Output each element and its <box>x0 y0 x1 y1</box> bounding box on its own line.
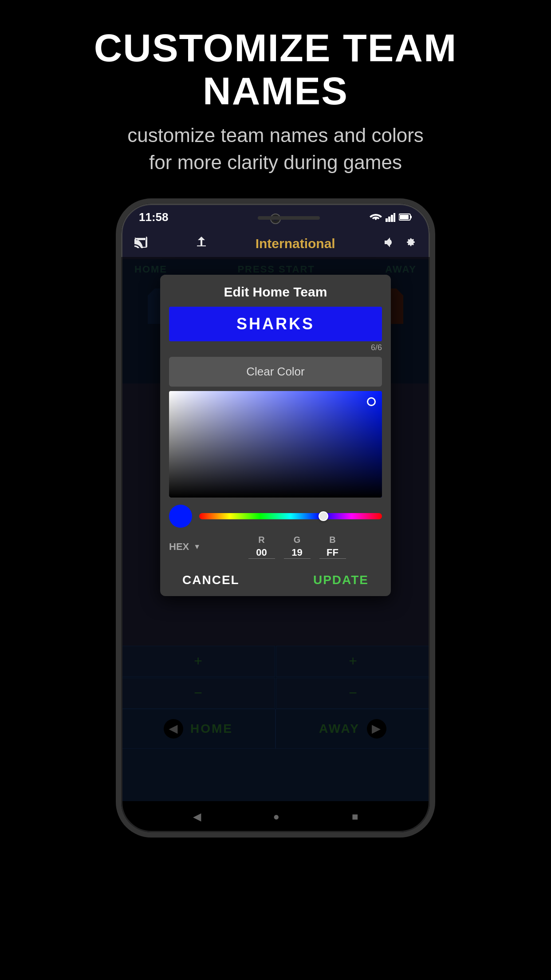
phone-frame: 11:58 <box>116 198 435 838</box>
toolbar-title: International <box>256 236 335 251</box>
svg-rect-5 <box>410 216 412 218</box>
upload-icon[interactable] <box>195 235 208 252</box>
color-picker-area[interactable] <box>169 391 382 498</box>
rgb-row: HEX ▼ R 00 G 19 B <box>160 535 391 566</box>
team-name-preview[interactable]: SHARKS <box>169 307 382 341</box>
page-title: CUSTOMIZE TEAM NAMES <box>35 27 516 113</box>
volume-icon[interactable] <box>383 235 395 252</box>
hex-dropdown[interactable]: HEX ▼ <box>169 541 201 553</box>
team-name-text: SHARKS <box>177 315 374 333</box>
g-channel: G 19 <box>284 535 311 559</box>
hex-label: HEX <box>169 541 189 553</box>
cancel-button[interactable]: CANCEL <box>182 573 240 587</box>
r-label: R <box>258 535 264 545</box>
g-label: G <box>294 535 301 545</box>
status-icons <box>370 212 412 222</box>
hue-slider-thumb[interactable] <box>319 511 328 521</box>
status-time: 11:58 <box>139 210 169 224</box>
page-subtitle: customize team names and colorsfor more … <box>35 122 516 176</box>
svg-rect-2 <box>391 215 393 222</box>
r-value[interactable]: 00 <box>248 547 275 559</box>
char-count: 6/6 <box>160 341 391 352</box>
hue-slider[interactable] <box>199 513 382 519</box>
edit-team-dialog: Edit Home Team SHARKS 6/6 Clear Color <box>160 275 391 596</box>
wifi-icon <box>370 212 382 222</box>
hex-arrow-icon: ▼ <box>193 543 201 551</box>
settings-icon[interactable] <box>404 235 417 252</box>
phone-speaker <box>258 216 320 220</box>
color-picker-handle[interactable] <box>367 397 376 406</box>
svg-rect-6 <box>400 215 409 219</box>
clear-color-label: Clear Color <box>246 365 305 378</box>
svg-rect-1 <box>388 217 390 222</box>
hue-row <box>160 498 391 535</box>
color-swatch <box>169 505 192 528</box>
svg-rect-3 <box>394 213 395 222</box>
dialog-overlay: Edit Home Team SHARKS 6/6 Clear Color <box>121 257 430 832</box>
signal-icon <box>386 212 395 222</box>
toolbar-right <box>383 235 417 252</box>
rgb-group: R 00 G 19 B FF <box>212 535 382 559</box>
dialog-title: Edit Home Team <box>160 275 391 307</box>
dialog-actions: CANCEL UPDATE <box>160 566 391 596</box>
update-button[interactable]: UPDATE <box>313 573 369 587</box>
g-value[interactable]: 19 <box>284 547 311 559</box>
phone-screen: 11:58 <box>121 204 430 832</box>
battery-icon <box>399 213 412 221</box>
page-header: CUSTOMIZE TEAM NAMES customize team name… <box>0 0 551 194</box>
b-label: B <box>329 535 335 545</box>
cast-icon[interactable] <box>134 235 148 252</box>
b-value[interactable]: FF <box>319 547 346 559</box>
app-toolbar: International <box>121 228 430 259</box>
svg-rect-7 <box>197 245 206 246</box>
svg-rect-0 <box>386 218 388 222</box>
clear-color-button[interactable]: Clear Color <box>169 357 382 387</box>
b-channel: B FF <box>319 535 346 559</box>
r-channel: R 00 <box>248 535 275 559</box>
